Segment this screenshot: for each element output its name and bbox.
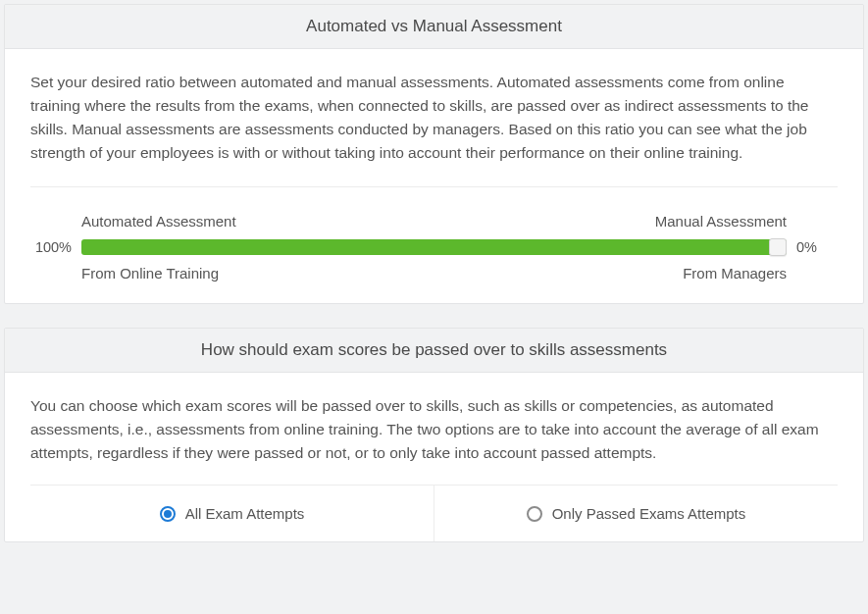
radio-icon (160, 506, 176, 522)
assessment-ratio-panel: Automated vs Manual Assessment Set your … (4, 4, 864, 304)
radio-label: Only Passed Exams Attempts (552, 505, 746, 522)
exam-score-panel: How should exam scores be passed over to… (4, 328, 864, 542)
radio-label: All Exam Attempts (185, 505, 305, 522)
exam-score-options: All Exam Attempts Only Passed Exams Atte… (30, 485, 838, 541)
slider-top-right-label: Manual Assessment (655, 213, 787, 230)
panel-description: Set your desired ratio between automated… (30, 71, 838, 165)
ratio-slider-row: 100% Automated Assessment Manual Assessm… (30, 213, 838, 281)
radio-icon (527, 506, 542, 522)
slider-top-left-label: Automated Assessment (81, 213, 236, 230)
radio-option-all-attempts[interactable]: All Exam Attempts (30, 486, 434, 541)
panel-title: How should exam scores be passed over to… (5, 329, 863, 373)
slider-right-percent: 0% (794, 239, 838, 255)
radio-option-only-passed[interactable]: Only Passed Exams Attempts (434, 486, 838, 541)
ratio-slider-handle[interactable] (769, 238, 787, 256)
divider (30, 186, 838, 187)
slider-bottom-right-label: From Managers (683, 265, 787, 281)
panel-title: Automated vs Manual Assessment (5, 5, 863, 49)
panel-description: You can choose which exam scores will be… (30, 394, 838, 465)
ratio-slider-track[interactable] (81, 239, 787, 255)
slider-left-percent: 100% (30, 239, 74, 255)
slider-bottom-left-label: From Online Training (81, 265, 219, 281)
